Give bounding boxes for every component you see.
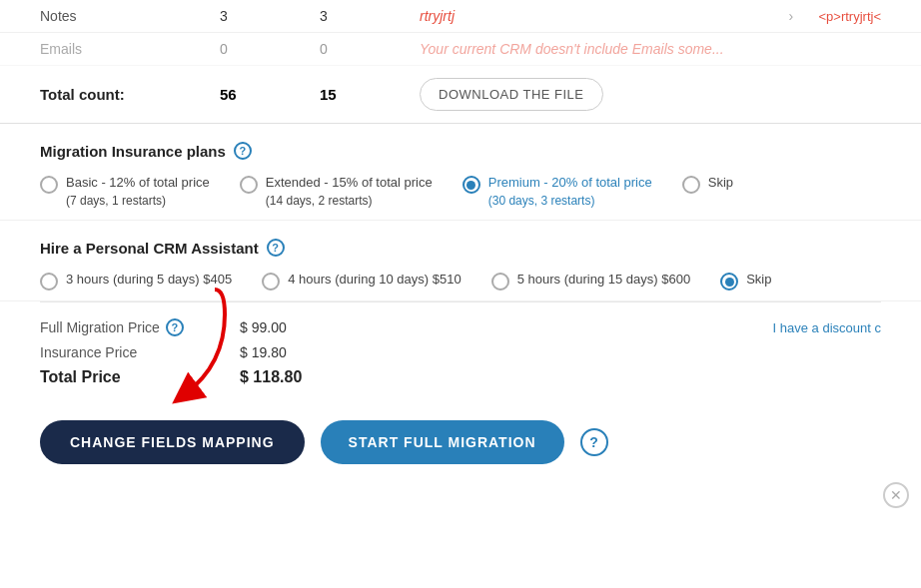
row-count1-emails: 0 [220,41,320,57]
row-count1-notes: 3 [220,8,320,24]
crm-option-4hours[interactable]: 4 hours (during 10 days) $510 [262,271,460,291]
download-button[interactable]: DOWNLOAD THE FILE [420,78,603,111]
insurance-radio-premium[interactable] [462,176,480,194]
insurance-radio-extended[interactable] [240,176,258,194]
row-link-notes: rtryjrtj [420,8,789,24]
crm-options: 3 hours (during 5 days) $405 4 hours (du… [40,271,881,291]
crm-option-3hours[interactable]: 3 hours (during 5 days) $405 [40,271,232,291]
row-arrow-notes: › [789,8,819,24]
insurance-title-text: Migration Insurance plans [40,143,226,160]
crm-radio-5hours[interactable] [491,273,509,291]
table-section: Notes 3 3 rtryjrtj › <p>rtryjrtj< Emails… [0,0,921,124]
crm-help-icon[interactable]: ? [267,239,285,257]
insurance-option-basic[interactable]: Basic - 12% of total price(7 days, 1 res… [40,174,210,210]
crm-radio-4hours[interactable] [262,273,280,291]
button-section: CHANGE FIELDS MAPPING START FULL MIGRATI… [0,404,921,480]
insurance-help-icon[interactable]: ? [234,142,252,160]
row-count2-notes: 3 [320,8,420,24]
insurance-option-premium[interactable]: Premium - 20% of total price(30 days, 3 … [462,174,652,210]
migration-help-icon[interactable]: ? [166,318,184,336]
change-fields-button[interactable]: CHANGE FIELDS MAPPING [40,420,305,464]
crm-radio-3hours[interactable] [40,273,58,291]
crm-option-5hours[interactable]: 5 hours (during 15 days) $600 [491,271,690,291]
row-label-notes: Notes [40,8,220,24]
total-price-row: Total Price $ 118.80 [40,368,881,386]
row-link-emails: Your current CRM doesn't include Emails … [420,41,881,57]
crm-radio-skip[interactable] [720,273,738,291]
migration-help-button[interactable]: ? [580,428,608,456]
crm-label-5hours: 5 hours (during 15 days) $600 [517,271,690,289]
insurance-radio-skip[interactable] [682,176,700,194]
migration-price-row: Full Migration Price ? $ 99.00 I have a … [40,318,881,336]
migration-price-label: Full Migration Price ? [40,318,240,336]
crm-label-3hours: 3 hours (during 5 days) $405 [66,271,232,289]
total-row: Total count: 56 15 DOWNLOAD THE FILE [0,66,921,123]
insurance-price-value: $ 19.80 [240,344,287,360]
discount-link[interactable]: I have a discount c [773,320,881,335]
insurance-label-skip: Skip [708,174,733,192]
row-label-emails: Emails [40,41,220,57]
total-count2: 15 [320,86,420,103]
table-row: Notes 3 3 rtryjrtj › <p>rtryjrtj< [0,0,921,33]
crm-section-title: Hire a Personal CRM Assistant ? [40,239,881,257]
insurance-label-premium: Premium - 20% of total price(30 days, 3 … [488,174,652,210]
total-count1: 56 [220,86,320,103]
insurance-price-row: Insurance Price $ 19.80 [40,344,881,360]
insurance-options: Basic - 12% of total price(7 days, 1 res… [40,174,881,210]
pricing-section: Full Migration Price ? $ 99.00 I have a … [0,302,921,404]
crm-label-4hours: 4 hours (during 10 days) $510 [288,271,460,289]
close-icon[interactable]: ✕ [883,482,909,508]
row-count2-emails: 0 [320,41,420,57]
insurance-section: Migration Insurance plans ? Basic - 12% … [0,124,921,221]
crm-assistant-section: Hire a Personal CRM Assistant ? 3 hours … [0,221,921,301]
insurance-price-label: Insurance Price [40,344,240,360]
crm-option-skip[interactable]: Skip [720,271,771,291]
start-migration-button[interactable]: START FULL MIGRATION [321,420,564,464]
insurance-label-basic: Basic - 12% of total price(7 days, 1 res… [66,174,210,210]
total-price-label: Total Price [40,368,240,386]
table-row-emails: Emails 0 0 Your current CRM doesn't incl… [0,33,921,66]
insurance-section-title: Migration Insurance plans ? [40,142,881,160]
row-html-notes: <p>rtryjrtj< [819,9,882,24]
insurance-radio-basic[interactable] [40,176,58,194]
close-x: ✕ [890,487,902,503]
insurance-label-extended: Extended - 15% of total price(14 days, 2… [266,174,433,210]
insurance-option-skip[interactable]: Skip [682,174,733,194]
migration-price-value: $ 99.00 [240,319,287,335]
crm-title-text: Hire a Personal CRM Assistant [40,240,259,257]
migration-label-text: Full Migration Price [40,319,160,335]
crm-label-skip: Skip [746,271,771,289]
main-container: Notes 3 3 rtryjrtj › <p>rtryjrtj< Emails… [0,0,921,588]
insurance-option-extended[interactable]: Extended - 15% of total price(14 days, 2… [240,174,433,210]
total-label: Total count: [40,86,220,103]
total-price-value: $ 118.80 [240,368,302,386]
